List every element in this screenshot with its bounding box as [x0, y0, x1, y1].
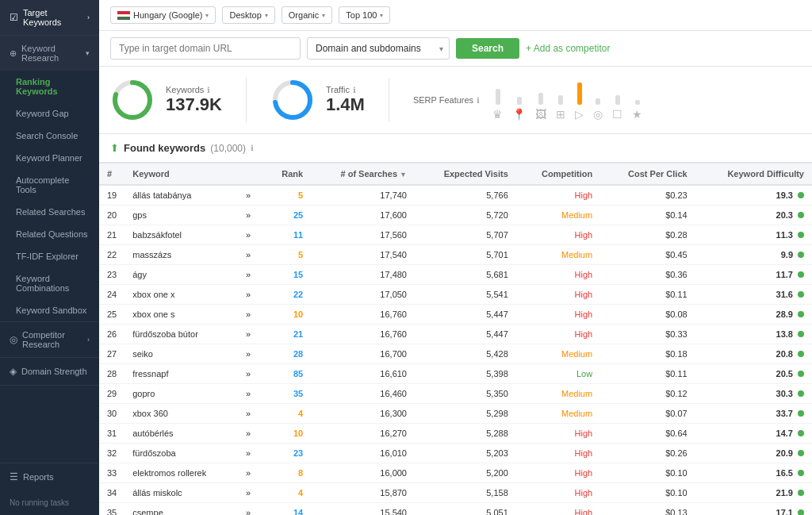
cell-keyword[interactable]: autóbérlés: [124, 424, 238, 444]
sidebar-item-domain-strength[interactable]: ◈ Domain Strength: [0, 358, 99, 385]
sidebar-item-ranking-keywords[interactable]: Ranking Keywords: [0, 71, 99, 102]
cell-arrows[interactable]: »: [238, 285, 264, 305]
cell-visits: 5,298: [415, 404, 516, 424]
col-cpc[interactable]: Cost Per Click: [600, 163, 695, 186]
cell-arrows[interactable]: »: [238, 344, 264, 364]
cell-searches: 16,300: [311, 404, 415, 424]
sidebar-item-keyword-combinations[interactable]: Keyword Combinations: [0, 267, 99, 299]
cell-keyword[interactable]: gopro: [124, 384, 238, 404]
cell-keyword[interactable]: állás tatabánya: [124, 185, 238, 206]
organic-selector[interactable]: Organic ▾: [282, 6, 333, 24]
col-competition[interactable]: Competition: [516, 163, 600, 186]
cell-keyword[interactable]: csempe: [124, 503, 238, 516]
col-num[interactable]: #: [99, 163, 124, 186]
sidebar-item-related-questions[interactable]: Related Questions: [0, 223, 99, 245]
cell-arrows[interactable]: »: [238, 384, 264, 404]
cell-searches: 15,870: [311, 483, 415, 503]
cell-keyword[interactable]: fürdőszoba bútor: [124, 325, 238, 344]
cell-arrows[interactable]: »: [238, 424, 264, 444]
cell-arrows[interactable]: »: [238, 325, 264, 344]
cell-arrows[interactable]: »: [238, 185, 264, 206]
organic-label: Organic: [289, 10, 320, 20]
cell-keyword[interactable]: fressnapf: [124, 364, 238, 384]
table-area: ⬆ Found keywords (10,000) ℹ # Keyword Ra…: [99, 134, 812, 515]
cell-keyword[interactable]: seiko: [124, 344, 238, 364]
cell-arrows[interactable]: »: [238, 225, 264, 245]
sidebar-label-domain-strength: Domain Strength: [21, 367, 87, 376]
add-competitor-link[interactable]: + Add as competitor: [526, 43, 610, 54]
cell-arrows[interactable]: »: [238, 364, 264, 384]
sidebar-item-search-console[interactable]: Search Console: [0, 125, 99, 147]
cell-keyword[interactable]: xbox 360: [124, 404, 238, 424]
cell-kd: 20.5: [695, 364, 812, 384]
cell-arrows[interactable]: »: [238, 404, 264, 424]
cell-keyword[interactable]: gps: [124, 206, 238, 225]
col-keyword[interactable]: Keyword: [124, 163, 238, 186]
col-kd[interactable]: Keyword Difficulty: [695, 163, 812, 186]
cell-rank: 11: [264, 225, 311, 245]
cell-keyword[interactable]: xbox one x: [124, 285, 238, 305]
hungary-flag-icon: [117, 11, 130, 20]
serp-features-box: SERP Features ℹ ♛ 📍 🖼 ⊞: [413, 79, 801, 121]
cell-keyword[interactable]: állás miskolc: [124, 483, 238, 503]
cell-competition: High: [516, 225, 600, 245]
cell-arrows[interactable]: »: [238, 463, 264, 483]
sidebar-item-tfidf-explorer[interactable]: TF-IDF Explorer: [0, 245, 99, 267]
search-button[interactable]: Search: [456, 38, 519, 59]
cell-arrows[interactable]: »: [238, 483, 264, 503]
cell-kd: 9.9: [695, 245, 812, 265]
cell-num: 33: [99, 463, 124, 483]
keywords-info-icon[interactable]: ℹ: [207, 86, 210, 94]
cell-kd: 28.9: [695, 305, 812, 325]
cell-visits: 5,350: [415, 384, 516, 404]
cell-keyword[interactable]: xbox one s: [124, 305, 238, 325]
cell-competition: Medium: [516, 206, 600, 225]
sidebar-item-keyword-planner[interactable]: Keyword Planner: [0, 147, 99, 169]
sidebar-item-keyword-sandbox[interactable]: Keyword Sandbox: [0, 299, 99, 321]
cell-rank: 5: [264, 245, 311, 265]
col-visits[interactable]: Expected Visits: [415, 163, 516, 186]
cell-keyword[interactable]: babzsákfotel: [124, 225, 238, 245]
table-row: 27 seiko » 28 16,700 5,428 Medium $0.18 …: [99, 344, 812, 364]
cell-arrows[interactable]: »: [238, 444, 264, 463]
device-selector[interactable]: Desktop ▾: [222, 6, 274, 24]
country-selector[interactable]: Hungary (Google) ▾: [110, 6, 216, 24]
sidebar-label-related-questions: Related Questions: [16, 229, 88, 239]
col-searches[interactable]: # of Searches ▼: [311, 163, 415, 186]
cell-rank: 21: [264, 325, 311, 344]
top100-selector[interactable]: Top 100 ▾: [339, 6, 390, 24]
serp-features-label: SERP Features ℹ: [413, 95, 480, 105]
cell-arrows[interactable]: »: [238, 503, 264, 516]
domain-search-input[interactable]: [110, 37, 301, 60]
cell-arrows[interactable]: »: [238, 245, 264, 265]
sidebar-item-keyword-gap[interactable]: Keyword Gap: [0, 102, 99, 125]
collapse-icon[interactable]: ⬆: [110, 142, 119, 154]
cell-competition: High: [516, 185, 600, 206]
col-rank[interactable]: Rank: [264, 163, 311, 186]
traffic-info-icon[interactable]: ℹ: [353, 86, 356, 94]
serp-icon-image: 🖼: [535, 79, 546, 121]
serp-info-icon[interactable]: ℹ: [477, 96, 480, 105]
crown-icon: ♛: [492, 108, 503, 121]
table-row: 24 xbox one x » 22 17,050 5,541 High $0.…: [99, 285, 812, 305]
sidebar-item-target-keywords[interactable]: ☑ Target Keywords ›: [0, 0, 99, 35]
cell-arrows[interactable]: »: [238, 206, 264, 225]
cell-keyword[interactable]: ágy: [124, 265, 238, 285]
sidebar-item-competitor-research[interactable]: ◎ Competitor Research ›: [0, 322, 99, 357]
cell-arrows[interactable]: »: [238, 305, 264, 325]
cell-arrows[interactable]: »: [238, 265, 264, 285]
cell-kd: 30.3: [695, 384, 812, 404]
sidebar-item-reports[interactable]: ☰ Reports: [0, 463, 99, 490]
cell-kd: 31.6: [695, 285, 812, 305]
domain-type-select[interactable]: Domain and subdomains Exact domain Subfo…: [307, 37, 450, 60]
sidebar-item-related-searches[interactable]: Related Searches: [0, 201, 99, 223]
cell-keyword[interactable]: masszázs: [124, 245, 238, 265]
sidebar-item-keyword-research[interactable]: ⊕ Keyword Research ▾: [0, 36, 99, 71]
cell-keyword[interactable]: elektromos rollerek: [124, 463, 238, 483]
found-keywords-info-icon[interactable]: ℹ: [251, 144, 254, 152]
topbar: Hungary (Google) ▾ Desktop ▾ Organic ▾ T…: [99, 0, 812, 31]
competitor-research-arrow-icon: ›: [87, 336, 90, 344]
cell-keyword[interactable]: fürdőszoba: [124, 444, 238, 463]
sidebar-item-autocomplete-tools[interactable]: Autocomplete Tools: [0, 169, 99, 201]
organic-caret-icon: ▾: [322, 12, 325, 19]
